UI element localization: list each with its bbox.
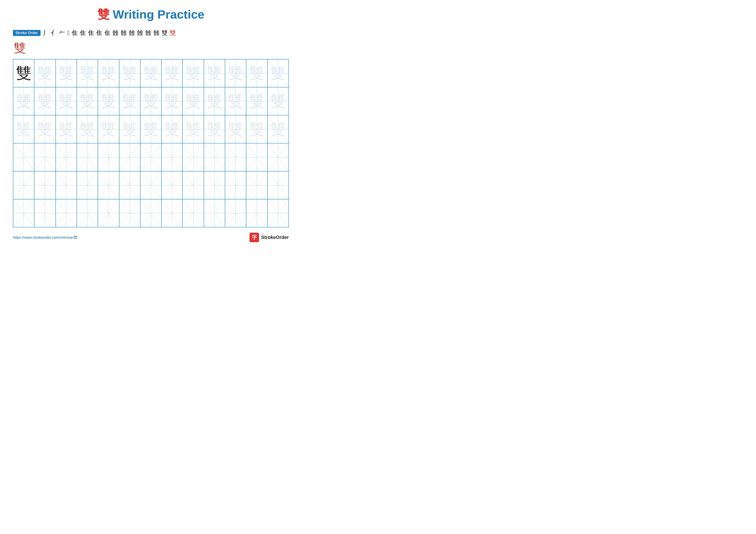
practice-char: 雙 bbox=[164, 119, 180, 140]
grid-cell[interactable] bbox=[140, 171, 161, 199]
grid-cell[interactable]: 雙 bbox=[98, 59, 119, 87]
footer-url[interactable]: https://www.strokeorder.com/chinese/雙 bbox=[13, 235, 77, 240]
grid-cell[interactable]: 雙 bbox=[13, 115, 34, 143]
grid-cell[interactable]: 雙 bbox=[161, 59, 182, 87]
grid-cell[interactable] bbox=[119, 199, 140, 227]
grid-cell[interactable] bbox=[246, 199, 267, 227]
grid-cell[interactable] bbox=[267, 199, 288, 227]
grid-cell[interactable]: 雙 bbox=[225, 59, 246, 87]
grid-cell[interactable] bbox=[98, 199, 119, 227]
grid-cell[interactable] bbox=[77, 199, 98, 227]
grid-cell[interactable]: 雙 bbox=[56, 115, 77, 143]
grid-cell[interactable] bbox=[225, 171, 246, 199]
grid-cell[interactable] bbox=[98, 171, 119, 199]
practice-char: 雙 bbox=[80, 63, 95, 84]
grid-cell[interactable]: 雙 bbox=[140, 59, 161, 87]
grid-cell[interactable] bbox=[246, 143, 267, 171]
svg-line-78 bbox=[14, 143, 34, 171]
grid-cell[interactable] bbox=[56, 199, 77, 227]
grid-cell[interactable]: 雙 bbox=[77, 59, 98, 87]
svg-line-142 bbox=[141, 199, 161, 227]
grid-cell[interactable] bbox=[13, 171, 34, 199]
practice-char: 雙 bbox=[228, 63, 243, 84]
practice-char: 雙 bbox=[80, 119, 95, 140]
grid-cell[interactable] bbox=[267, 171, 288, 199]
grid-cell[interactable]: 雙 bbox=[98, 115, 119, 143]
grid-cell[interactable]: 雙 bbox=[56, 87, 77, 115]
title-label: Writing Practice bbox=[109, 8, 204, 21]
grid-cell[interactable]: 雙 bbox=[13, 59, 34, 87]
svg-line-109 bbox=[56, 171, 76, 199]
grid-cell[interactable] bbox=[140, 199, 161, 227]
grid-cell[interactable] bbox=[119, 143, 140, 171]
grid-cell[interactable] bbox=[204, 199, 225, 227]
grid-cell[interactable]: 雙 bbox=[77, 115, 98, 143]
grid-cell[interactable]: 雙 bbox=[204, 115, 225, 143]
grid-cell[interactable] bbox=[246, 171, 267, 199]
grid-cell[interactable]: 雙 bbox=[13, 87, 34, 115]
svg-line-90 bbox=[141, 143, 161, 171]
grid-cell[interactable] bbox=[161, 199, 182, 227]
grid-cell[interactable]: 雙 bbox=[119, 59, 140, 87]
stroke-7: 隹 bbox=[88, 29, 94, 37]
grid-cell[interactable]: 雙 bbox=[267, 59, 288, 87]
grid-cell[interactable]: 雙 bbox=[225, 115, 246, 143]
grid-cell[interactable]: 雙 bbox=[34, 115, 55, 143]
grid-cell[interactable]: 雙 bbox=[267, 87, 288, 115]
grid-cell[interactable]: 雙 bbox=[140, 115, 161, 143]
grid-cell[interactable]: 雙 bbox=[98, 87, 119, 115]
grid-cell[interactable] bbox=[225, 199, 246, 227]
grid-cell[interactable]: 雙 bbox=[204, 87, 225, 115]
practice-char: 雙 bbox=[207, 91, 222, 112]
grid-cell[interactable] bbox=[77, 143, 98, 171]
svg-line-102 bbox=[268, 143, 288, 171]
grid-cell[interactable] bbox=[182, 143, 204, 171]
svg-line-89 bbox=[120, 143, 140, 171]
grid-cell[interactable] bbox=[204, 143, 225, 171]
grid-cell[interactable] bbox=[34, 171, 55, 199]
grid-cell[interactable]: 雙 bbox=[182, 87, 204, 115]
grid-cell[interactable]: 雙 bbox=[267, 115, 288, 143]
grid-cell[interactable]: 雙 bbox=[246, 115, 267, 143]
grid-cell[interactable]: 雙 bbox=[182, 59, 204, 87]
grid-cell[interactable]: 雙 bbox=[140, 87, 161, 115]
grid-cell[interactable] bbox=[98, 143, 119, 171]
practice-char: 雙 bbox=[186, 63, 201, 84]
grid-cell[interactable] bbox=[77, 171, 98, 199]
grid-cell[interactable] bbox=[267, 143, 288, 171]
grid-cell[interactable] bbox=[204, 171, 225, 199]
svg-line-122 bbox=[204, 171, 225, 199]
grid-cell[interactable]: 雙 bbox=[119, 87, 140, 115]
svg-line-100 bbox=[246, 143, 267, 171]
grid-cell[interactable] bbox=[56, 143, 77, 171]
grid-cell[interactable] bbox=[182, 171, 204, 199]
grid-cell[interactable]: 雙 bbox=[119, 115, 140, 143]
grid-cell[interactable]: 雙 bbox=[56, 59, 77, 87]
grid-cell[interactable] bbox=[161, 171, 182, 199]
grid-cell[interactable]: 雙 bbox=[204, 59, 225, 87]
svg-line-124 bbox=[225, 171, 246, 199]
grid-cell[interactable] bbox=[56, 171, 77, 199]
grid-cell[interactable] bbox=[34, 199, 55, 227]
grid-cell[interactable] bbox=[34, 143, 55, 171]
grid-cell[interactable]: 雙 bbox=[161, 87, 182, 115]
grid-cell[interactable] bbox=[119, 171, 140, 199]
practice-char: 雙 bbox=[143, 91, 159, 112]
grid-cell[interactable]: 雙 bbox=[246, 87, 267, 115]
grid-cell[interactable]: 雙 bbox=[34, 87, 55, 115]
grid-cell[interactable] bbox=[13, 143, 34, 171]
grid-cell[interactable]: 雙 bbox=[77, 87, 98, 115]
grid-cell[interactable] bbox=[140, 143, 161, 171]
grid-cell[interactable] bbox=[225, 143, 246, 171]
grid-cell[interactable]: 雙 bbox=[161, 115, 182, 143]
grid-cell[interactable]: 雙 bbox=[34, 59, 55, 87]
grid-cell[interactable]: 雙 bbox=[225, 87, 246, 115]
grid-cell[interactable] bbox=[182, 199, 204, 227]
grid-cell[interactable]: 雙 bbox=[246, 59, 267, 87]
stroke-10: 雔 bbox=[113, 29, 119, 37]
grid-cell[interactable] bbox=[13, 199, 34, 227]
grid-cell[interactable]: 雙 bbox=[182, 115, 204, 143]
practice-char: 雙 bbox=[143, 119, 159, 140]
svg-line-110 bbox=[77, 171, 97, 199]
grid-cell[interactable] bbox=[161, 143, 182, 171]
